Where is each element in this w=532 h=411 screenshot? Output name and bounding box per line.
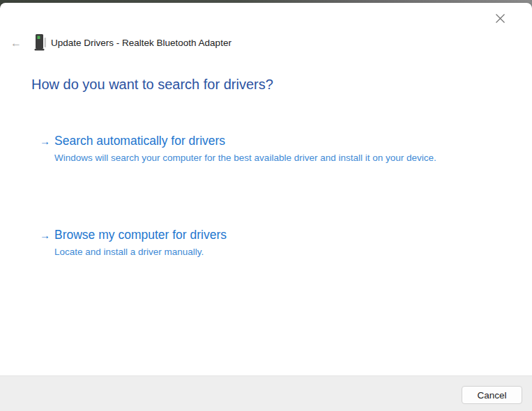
back-icon[interactable]: ← bbox=[6, 31, 26, 56]
cancel-button[interactable]: Cancel bbox=[462, 386, 522, 404]
forward-arrow-icon: → bbox=[40, 229, 50, 241]
close-x-glyph bbox=[495, 13, 506, 24]
option-browse-computer[interactable]: → Browse my computer for drivers Locate … bbox=[40, 228, 458, 258]
forward-arrow-icon: → bbox=[40, 135, 50, 147]
option-title[interactable]: Search automatically for drivers bbox=[54, 134, 458, 148]
page-title: Update Drivers - Realtek Bluetooth Adapt… bbox=[51, 31, 231, 56]
footer-bar: Cancel bbox=[0, 375, 532, 411]
option-search-automatically[interactable]: → Search automatically for drivers Windo… bbox=[40, 134, 458, 164]
option-description: Windows will search your computer for th… bbox=[54, 152, 443, 164]
close-icon[interactable] bbox=[490, 8, 510, 28]
option-title[interactable]: Browse my computer for drivers bbox=[54, 228, 458, 242]
wizard-header: ← Update Drivers - Realtek Bluetooth Ada… bbox=[0, 31, 532, 56]
device-icon bbox=[34, 33, 48, 52]
option-description: Locate and install a driver manually. bbox=[54, 246, 443, 258]
update-drivers-dialog: ← Update Drivers - Realtek Bluetooth Ada… bbox=[0, 3, 532, 411]
wizard-heading: How do you want to search for drivers? bbox=[31, 77, 273, 93]
